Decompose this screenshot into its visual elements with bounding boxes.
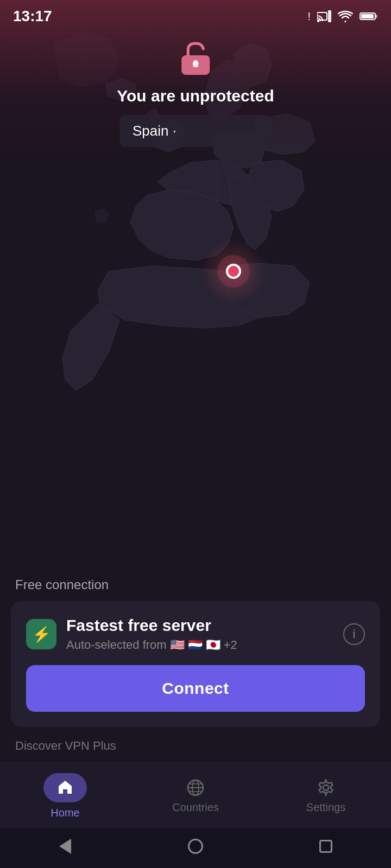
android-nav-bar	[0, 828, 391, 868]
location-pulse-outer	[201, 239, 266, 304]
android-recents-icon	[319, 840, 332, 853]
nav-item-settings[interactable]: Settings	[282, 778, 369, 814]
server-card-left: ⚡ Fastest free server Auto-selected from…	[26, 616, 237, 652]
location-name: Spain	[133, 123, 169, 139]
nav-home-label: Home	[51, 807, 79, 819]
discover-vpn-label: Discover VPN Plus	[0, 739, 391, 763]
status-bar: 13:17 !	[0, 0, 391, 33]
server-card-top: ⚡ Fastest free server Auto-selected from…	[26, 616, 365, 652]
svg-rect-5	[376, 15, 377, 18]
svg-point-1	[317, 20, 319, 22]
nav-countries-label: Countries	[172, 801, 219, 814]
lightning-badge: ⚡	[26, 619, 56, 649]
android-back-icon	[59, 839, 71, 854]
location-marker	[201, 239, 266, 304]
android-recents-button[interactable]	[315, 835, 337, 857]
bottom-navigation: Home Countries Settings	[0, 763, 391, 828]
android-home-button[interactable]	[185, 835, 206, 857]
server-sub: Auto-selected from 🇺🇸 🇳🇱 🇯🇵 +2	[66, 638, 237, 652]
connect-button[interactable]: Connect	[26, 665, 365, 712]
server-card: ⚡ Fastest free server Auto-selected from…	[11, 601, 380, 727]
auto-selected-text: Auto-selected from	[66, 638, 167, 652]
alert-icon: !	[307, 10, 311, 23]
nav-item-home[interactable]: Home	[22, 773, 109, 819]
info-icon-label: i	[353, 627, 356, 641]
gear-icon	[317, 778, 335, 797]
status-time: 13:17	[13, 8, 52, 25]
location-separator: ·	[173, 123, 176, 139]
location-badge[interactable]: Spain ·	[119, 115, 272, 147]
flag-us: 🇺🇸	[170, 638, 185, 652]
info-button[interactable]: i	[343, 623, 365, 645]
server-name: Fastest free server	[66, 616, 237, 635]
flag-nl: 🇳🇱	[188, 638, 203, 652]
location-dot-core	[226, 264, 241, 279]
bottom-panel: Free connection ⚡ Fastest free server Au…	[0, 577, 391, 868]
map-gradient-bottom	[0, 461, 391, 570]
connection-status-area: You are unprotected Spain ·	[117, 38, 274, 147]
extra-count: +2	[224, 638, 237, 652]
unprotected-label: You are unprotected	[117, 87, 274, 105]
home-icon	[56, 778, 74, 795]
nav-home-icon-wrap	[43, 773, 87, 802]
android-back-button[interactable]	[54, 835, 76, 857]
svg-point-11	[193, 60, 198, 66]
svg-rect-2	[328, 10, 331, 22]
lock-open-icon	[176, 38, 215, 77]
lightning-icon: ⚡	[32, 626, 51, 643]
nav-settings-label: Settings	[306, 801, 345, 814]
cast-icon	[317, 10, 331, 22]
flag-jp: 🇯🇵	[206, 638, 220, 652]
svg-rect-4	[361, 14, 374, 18]
battery-icon	[360, 11, 378, 21]
status-icons: !	[307, 10, 378, 23]
wifi-icon	[338, 10, 353, 22]
server-info: Fastest free server Auto-selected from 🇺…	[66, 616, 237, 652]
nav-item-countries[interactable]: Countries	[152, 778, 239, 814]
free-connection-label: Free connection	[0, 577, 391, 601]
location-pulse-inner	[217, 255, 250, 288]
globe-icon	[186, 778, 205, 797]
android-home-icon	[188, 839, 203, 854]
svg-point-17	[323, 785, 329, 790]
